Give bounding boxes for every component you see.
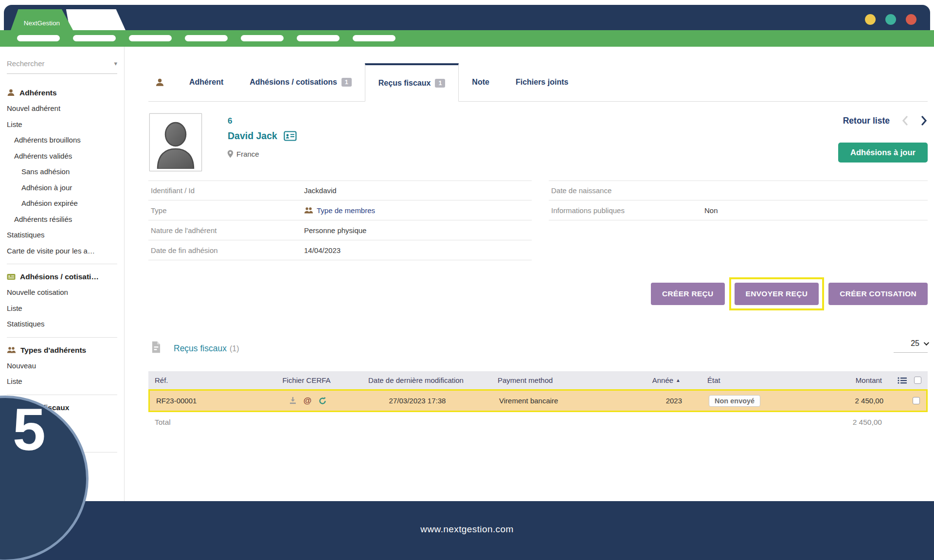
window-dot-red[interactable] xyxy=(906,14,916,25)
select-all-checkbox[interactable] xyxy=(914,377,921,384)
sidebar-section-adherents[interactable]: Adhérents xyxy=(0,85,124,101)
col-payment-method[interactable]: Payment method xyxy=(491,376,642,384)
sidebar-item-adhesion-expiree[interactable]: Adhésion expirée xyxy=(0,196,124,212)
sidebar-divider xyxy=(7,264,117,264)
row-checkbox[interactable] xyxy=(913,397,920,404)
nav-pill-4[interactable] xyxy=(185,35,228,41)
tab-adhesions-cotisations[interactable]: Adhésions / cotisations 1 xyxy=(236,78,365,87)
sidebar-item-adhesion-a-jour[interactable]: Adhésion à jour xyxy=(0,180,124,196)
next-record-icon[interactable] xyxy=(920,115,928,126)
sidebar-item-liste-cotisations[interactable]: Liste xyxy=(0,301,124,317)
location-pin-icon xyxy=(227,150,234,158)
table-row[interactable]: RF23-00001 @ 27/03/2023 17:38 Virement b… xyxy=(148,389,928,412)
nav-pill-6[interactable] xyxy=(297,35,340,41)
detail-row-date-fin: Date de fin adhésion 14/04/2023 xyxy=(148,240,532,260)
search-input[interactable] xyxy=(7,59,94,68)
browser-top-bar: NextGestion xyxy=(4,5,930,30)
creer-cotisation-button[interactable]: CRÉER COTISATION xyxy=(828,283,928,305)
previous-record-icon[interactable] xyxy=(901,115,909,126)
sidebar-item-adherents-valides[interactable]: Adhérents validés xyxy=(0,148,124,164)
receipt-modified: 27/03/2023 17:38 xyxy=(342,397,493,405)
col-date-modification[interactable]: Date de dernière modification xyxy=(341,376,491,384)
nav-pill-7[interactable] xyxy=(353,35,395,41)
sidebar-item-adherents-resilies[interactable]: Adhérents résiliés xyxy=(0,212,124,228)
row-tools xyxy=(888,397,926,404)
sidebar-section-adhesions[interactable]: Adhésions / cotisati… xyxy=(0,269,124,285)
member-id: 6 xyxy=(228,116,232,126)
sidebar-item-statistiques-adherents[interactable]: Statistiques xyxy=(0,227,124,243)
tab-note[interactable]: Note xyxy=(459,78,503,87)
receipt-amount: 2 450,00 xyxy=(824,397,888,405)
membership-card-icon xyxy=(7,273,16,280)
receipts-section-header: Reçus fiscaux(1) xyxy=(151,341,239,354)
section-title: Types d'adhérents xyxy=(20,342,86,358)
sidebar-item-nouveau-type[interactable]: Nouveau xyxy=(0,358,124,374)
receipt-ref: RF23-00001 xyxy=(150,397,274,405)
detail-row-naissance: Date de naissance xyxy=(549,181,928,200)
sidebar-item-carte-de-visite[interactable]: Carte de visite pour les a… xyxy=(0,243,124,259)
receipt-file-actions: @ xyxy=(274,396,342,406)
col-etat[interactable]: État xyxy=(683,376,822,384)
sidebar-item-liste-adherents[interactable]: Liste xyxy=(0,117,124,133)
tab-recus-fiscaux[interactable]: Reçus fiscaux 1 xyxy=(365,63,459,102)
highlight-box: ENVOYER REÇU xyxy=(729,277,825,310)
member-name: David Jack xyxy=(228,130,297,142)
detail-row-infos-publiques: Informations publiques Non xyxy=(549,200,928,220)
detail-row-type: Type Type de membres xyxy=(148,200,532,220)
id-card-icon[interactable] xyxy=(284,131,297,141)
table-total-row: Total 2 450,00 xyxy=(148,412,928,433)
main-nav-bar xyxy=(0,30,934,47)
site-url: www.nextgestion.com xyxy=(0,524,934,535)
member-country: France xyxy=(227,150,259,158)
tab-fichiers-joints[interactable]: Fichiers joints xyxy=(503,78,581,87)
col-ref[interactable]: Réf. xyxy=(148,376,272,384)
sidebar-item-nouvel-adherent[interactable]: Nouvel adhérent xyxy=(0,101,124,117)
chevron-down-icon xyxy=(924,340,929,345)
avatar xyxy=(149,113,202,171)
total-amount: 2 450,00 xyxy=(822,418,886,427)
type-de-membres-link[interactable]: Type de membres xyxy=(304,206,375,215)
column-list-icon[interactable] xyxy=(898,377,907,384)
sidebar-item-liste-types[interactable]: Liste xyxy=(0,374,124,390)
nav-pill-5[interactable] xyxy=(241,35,284,41)
step-number: 5 xyxy=(13,397,46,462)
sidebar-item-adherents-brouillons[interactable]: Adhérents brouillons xyxy=(0,132,124,148)
brand-tab[interactable]: NextGestion xyxy=(11,9,73,30)
sidebar-section-types-adherents[interactable]: Types d'adhérents xyxy=(0,342,124,358)
col-montant[interactable]: Montant xyxy=(822,376,886,384)
regenerate-icon[interactable] xyxy=(318,397,327,405)
col-fichier-cerfa[interactable]: Fichier CERFA xyxy=(272,376,341,384)
total-label: Total xyxy=(148,418,272,427)
nav-pill-1[interactable] xyxy=(17,35,60,41)
nav-pill-3[interactable] xyxy=(129,35,172,41)
send-email-icon[interactable]: @ xyxy=(304,396,312,406)
col-annee[interactable]: Année ▲ xyxy=(642,376,683,384)
status-badge: Non envoyé xyxy=(709,395,760,407)
envoyer-recu-button[interactable]: ENVOYER REÇU xyxy=(735,283,819,305)
sidebar-item-sans-adhesion[interactable]: Sans adhésion xyxy=(0,164,124,180)
detail-row-identifiant: Identifiant / Id Jackdavid xyxy=(148,181,532,200)
document-icon xyxy=(151,341,162,354)
download-icon[interactable] xyxy=(289,397,297,405)
receipts-count: (1) xyxy=(230,344,239,353)
window-dot-yellow[interactable] xyxy=(865,14,876,25)
retour-liste-link[interactable]: Retour liste xyxy=(843,116,890,126)
creer-recu-button[interactable]: CRÉER REÇU xyxy=(651,283,724,305)
sidebar-item-statistiques-cotisations[interactable]: Statistiques xyxy=(0,316,124,332)
window-dot-teal[interactable] xyxy=(885,14,896,25)
sidebar-search[interactable]: ▾ xyxy=(7,59,117,74)
search-dropdown-caret-icon[interactable]: ▾ xyxy=(114,60,117,67)
sidebar-item-nouvelle-cotisation[interactable]: Nouvelle cotisation xyxy=(0,285,124,301)
details-right: Date de naissance Informations publiques… xyxy=(549,181,928,220)
tab-adherent[interactable]: Adhérent xyxy=(176,78,236,87)
adhesions-a-jour-badge-button[interactable]: Adhésions à jour xyxy=(838,143,928,163)
blank-tab[interactable] xyxy=(62,9,126,30)
people-icon xyxy=(304,207,313,214)
receipt-year: 2023 xyxy=(644,397,685,405)
section-title: Adhésions / cotisati… xyxy=(20,269,99,285)
page-size-select[interactable]: 25 xyxy=(894,339,928,353)
person-icon xyxy=(7,89,15,97)
detail-row-nature: Nature de l'adhérent Personne physique xyxy=(148,220,532,240)
nav-pill-2[interactable] xyxy=(73,35,116,41)
sort-asc-icon: ▲ xyxy=(676,378,681,383)
